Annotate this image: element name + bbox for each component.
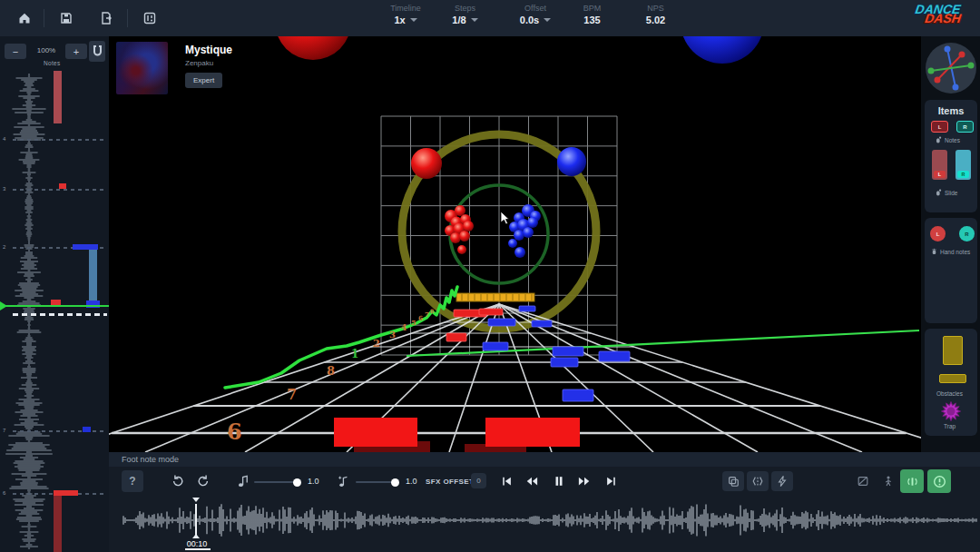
items-panel: Items L R Notes L R Slide [925,100,977,212]
song-artist: Zenpaku [185,59,213,67]
warnings-toggle-button[interactable] [927,469,951,493]
hand-note-sphere [527,217,538,228]
zoom-level: 100% [27,46,65,54]
sfx-offset-value-box[interactable]: 0 [471,473,486,488]
rewind-button[interactable] [523,472,541,490]
right-slide-button[interactable]: R [956,150,971,180]
mixer-icon [142,11,157,25]
blue-note [551,358,578,367]
axes-icon [926,43,976,94]
trap-button[interactable] [941,401,961,421]
blue-note [532,320,552,327]
orientation-gizmo[interactable] [926,43,976,94]
difficulty-badge[interactable]: Expert [185,73,222,88]
nps-value: 5.02 [646,15,665,25]
nps-label: NPS [647,4,664,13]
mini-blue-slide-body[interactable] [89,250,97,304]
ruler-line: 7 [13,430,107,432]
save-button[interactable] [54,7,78,29]
left-hand-note-button[interactable]: L [930,226,946,242]
right-note-button[interactable]: R [956,121,974,133]
mini-red-note[interactable] [59,183,66,189]
home-button[interactable] [13,7,36,29]
copy-button[interactable] [722,471,744,491]
current-time-label: 00:10 [180,539,214,548]
metronome-toggle-button[interactable] [900,469,924,493]
timeline-speed-dropdown[interactable]: Timeline 1x [377,4,435,25]
copy-icon [727,475,740,488]
export-button[interactable] [94,7,118,29]
effects-button[interactable] [771,471,793,491]
beat-number: 5 [411,318,416,327]
transport-bar: Foot note mode ? 1.0 1.0 SFX OFFSET 0 [109,452,980,552]
vertical-audio-waveform[interactable] [0,71,109,552]
audio-waveform-strip[interactable] [122,501,980,539]
mirror-button[interactable] [747,471,769,491]
pause-button[interactable] [550,472,568,490]
mini-blue-note[interactable] [83,427,91,432]
mini-red-slide-body[interactable] [54,496,62,552]
offset-dropdown[interactable]: Offset 0.0s [508,4,563,25]
transport-controls: ? 1.0 1.0 SFX OFFSET 0 [109,467,980,498]
timeline-label: Timeline [390,4,421,13]
skip-to-start-button[interactable] [497,472,515,490]
sfx-volume-knob[interactable] [391,478,399,487]
waveform-playhead[interactable] [195,504,197,537]
editor-3d-viewport[interactable]: 67812345678 [109,36,921,452]
toggle-dancer-button[interactable] [878,471,898,491]
beat-number: 3 [389,330,396,340]
zoom-out-button[interactable]: − [5,44,26,59]
bpm-label: BPM [583,4,602,13]
mouse-cursor [501,212,509,224]
beat-number: 8 [327,364,335,378]
export-icon [99,11,113,25]
left-slide-button[interactable]: L [932,150,947,180]
zoom-in-button[interactable]: + [65,44,87,59]
album-art [116,42,168,94]
blue-note [563,389,593,401]
notes-column-header: Notes [44,60,60,66]
music-volume-slider[interactable] [254,481,298,483]
pulse-icon [906,475,919,488]
fast-forward-button[interactable] [575,472,593,490]
toggle-background-button[interactable] [853,471,873,491]
snap-magnet-button[interactable] [89,41,105,62]
items-panel-title: Items [925,100,977,116]
foot-icon [936,136,942,143]
mirror-icon [751,475,764,488]
blue-notes[interactable] [483,306,630,401]
undo-button[interactable] [167,472,189,490]
hand-note-sphere [523,227,534,238]
hand-note-spheres[interactable] [275,36,764,258]
blue-note [488,319,515,326]
hand-notes-panel: L R Hand notes [925,218,977,323]
help-button[interactable]: ? [122,470,143,492]
notes-item-label: Notes [936,136,960,143]
obstacle-note[interactable] [456,293,534,301]
redo-button[interactable] [192,472,214,490]
hand-note-sphere [681,36,764,64]
music-volume-knob[interactable] [293,478,301,487]
logo-line2: DASH [924,13,973,25]
ruler-number: 4 [3,136,5,142]
song-title: Mystique [185,44,232,56]
time-underline [185,548,211,550]
obstacles-label: Obstacles [936,390,963,397]
fast-forward-icon [577,475,592,488]
sfx-volume-slider[interactable] [356,481,396,483]
timeline-playhead[interactable] [0,305,109,307]
left-note-button[interactable]: L [931,121,948,133]
steps-dropdown[interactable]: Steps 1/8 [440,4,490,25]
hand-icon [931,248,937,255]
wall-obstacle-button[interactable] [943,336,963,365]
low-obstacle-button[interactable] [939,374,966,383]
top-toolbar: Timeline 1x Steps 1/8 Offset 0.0s BPM 13… [0,0,980,36]
skip-to-end-button[interactable] [602,472,620,490]
hand-note-sphere [411,148,442,179]
mixer-button[interactable] [138,7,162,29]
beat-number: 1 [351,348,358,360]
offset-label: Offset [524,4,546,13]
right-hand-note-button[interactable]: R [959,226,975,242]
items-sidebar: Items L R Notes L R Slide L R Hand notes… [921,36,980,452]
blue-note [483,342,508,350]
